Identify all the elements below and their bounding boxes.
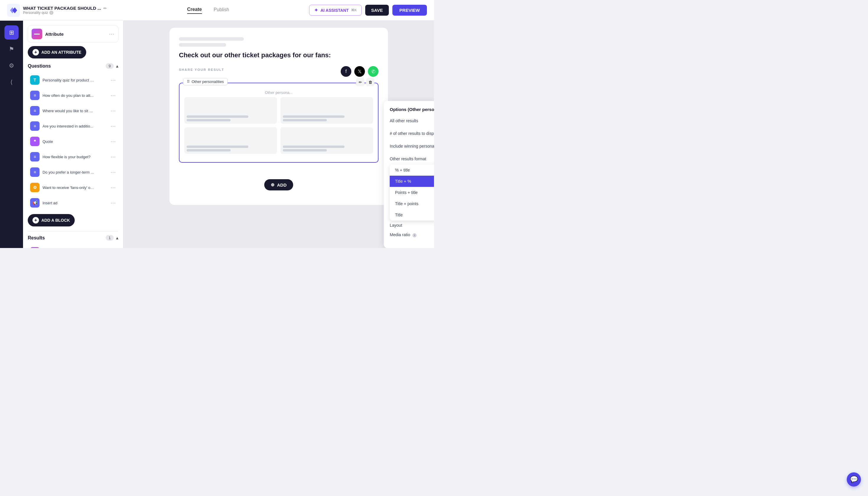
add-content-plus-icon: ⊕ [271,182,275,187]
edit-quiz-name-icon[interactable]: ✏ [103,6,107,11]
options-panel: Options (Other personalities) All other … [384,101,434,248]
questions-collapse-chevron[interactable]: ▴ [116,63,119,69]
personalities-delete-button[interactable]: 🗑 [366,78,374,86]
personalities-inner-label: Other persona... [184,88,373,97]
result-item-0[interactable]: 🔖 Check out our other ticket pa... ⋯ [28,244,119,248]
preview-button[interactable]: PREVIEW [392,5,427,16]
dropdown-item-0[interactable]: % + title [390,165,434,176]
num-results-label: # of other results to display [390,131,434,136]
skeleton-2 [179,43,226,47]
share-facebook-button[interactable]: f [341,66,351,77]
add-block-plus-icon: + [32,217,39,223]
dropdown-item-4[interactable]: Title [390,209,434,220]
q-text-2: Where would you like to sit d... [43,109,94,113]
q-icon-2: ≡ [30,106,40,115]
q-icon-0: T [30,75,40,85]
logo-area: WHAT TICKET PACKAGE SHOULD ... ✏ Persona… [7,4,107,17]
tab-publish[interactable]: Publish [214,7,229,14]
q-text-6: Do you prefer a longer-term ... [43,170,94,174]
sidebar-icon-flag[interactable]: ⚑ [4,42,19,56]
share-label: SHARE YOUR RESULT [179,68,224,72]
attribute-menu-dots[interactable]: ⋯ [109,31,114,37]
share-whatsapp-button[interactable]: ✆ [368,66,378,77]
question-item-7[interactable]: ⚙ Want to receive 'fans-only' of... ⋯ [28,180,119,195]
sidebar-icon-share[interactable]: ⟨ [4,75,19,89]
q-menu-4[interactable]: ⋯ [110,138,116,145]
personalities-edit-button[interactable]: ✏ [356,78,364,86]
dropdown-item-3[interactable]: Title + points [390,198,434,209]
question-item-8[interactable]: 📢 Insert ad ⋯ [28,195,119,211]
q-menu-3[interactable]: ⋯ [110,123,116,129]
add-block-button[interactable]: + ADD A BLOCK [28,214,75,227]
q-icon-8: 📢 [30,198,40,207]
q-icon-3: ≡ [30,121,40,131]
personalities-actions: ✏ 🗑 [356,78,374,86]
quiz-title-area: WHAT TICKET PACKAGE SHOULD ... ✏ Persona… [23,5,107,15]
quiz-card: Check out our other ticket packages for … [169,28,388,205]
quiz-subtitle-text: Personality quiz [23,11,48,15]
question-item-2[interactable]: ≡ Where would you like to sit d... ⋯ [28,103,119,119]
results-collapse-chevron[interactable]: ▴ [116,235,119,241]
media-ratio-label: Media ratio i [390,232,417,237]
q-icon-1: ≡ [30,91,40,100]
main-content: Check out our other ticket packages for … [123,21,434,248]
q-menu-7[interactable]: ⋯ [110,184,116,191]
questions-section-title: Questions [28,63,51,69]
ai-star-icon: ✦ [314,7,318,13]
personalities-tab-dots-icon: ⠿ [187,79,190,84]
q-menu-8[interactable]: ⋯ [110,200,116,206]
sidebar-icon-gear[interactable]: ⚙ [4,59,19,73]
personality-mini-card-4 [280,127,373,154]
questions-section-header: Questions 9 ▴ [28,63,119,69]
questions-count-badge: 9 [106,63,114,69]
personality-cards-row-2 [184,127,373,154]
question-item-5[interactable]: ≡ How flexible is your budget? ⋯ [28,149,119,165]
topnav: WHAT TICKET PACKAGE SHOULD ... ✏ Persona… [0,0,434,21]
dropdown-item-2[interactable]: Points + title [390,187,434,198]
nav-center: Create Publish [187,7,229,14]
result-icon-0: 🔖 [30,247,40,248]
q-menu-5[interactable]: ⋯ [110,154,116,160]
q-text-4: Quote [43,139,53,144]
all-results-label: All other results [390,119,418,123]
add-content-label: ADD [277,183,287,187]
sidebar-icon-grid[interactable]: ⊞ [4,26,19,40]
format-row: Other results format Title + % ▾ [390,154,434,163]
personalities-tab[interactable]: ⠿ Other personalities [183,78,228,85]
question-item-6[interactable]: ≡ Do you prefer a longer-term ... ⋯ [28,165,119,180]
ai-assistant-button[interactable]: ✦ AI ASSISTANT ⌘K [309,5,362,16]
media-ratio-info-icon[interactable]: i [413,233,417,237]
add-attribute-button[interactable]: + ADD AN ATTRIBUTE [28,46,86,59]
add-block-label: ADD A BLOCK [41,218,70,222]
question-item-1[interactable]: ≡ How often do you plan to att... ⋯ [28,88,119,103]
question-item-4[interactable]: ❝ Quote ⋯ [28,134,119,149]
option-row-layout: Layout [390,223,434,228]
results-count-badge: 1 [106,235,114,241]
q-menu-1[interactable]: ⋯ [110,92,116,98]
save-button[interactable]: SAVE [365,5,389,16]
quiz-card-title: Check out our other ticket packages for … [179,51,378,59]
question-item-3[interactable]: ≡ Are you interested in additio... ⋯ [28,119,119,134]
ai-btn-label: AI ASSISTANT [320,8,349,13]
share-twitter-button[interactable]: 𝕏 [354,66,365,77]
q-menu-6[interactable]: ⋯ [110,169,116,175]
skeleton-1 [179,37,244,41]
add-attribute-plus-icon: + [32,49,39,56]
include-winning-label: Include winning personality [390,144,434,149]
q-menu-0[interactable]: ⋯ [110,77,116,83]
layout-label: Layout [390,223,402,228]
q-text-3: Are you interested in additio... [43,124,93,128]
info-icon[interactable]: i [49,11,53,15]
results-section-title: Results [28,235,45,241]
tab-create[interactable]: Create [187,7,202,14]
ai-shortcut: ⌘K [351,8,357,12]
options-panel-title: Options (Other personalities) [390,107,434,112]
questions-list: T Personality quiz for product r... ⋯ ≡ … [28,72,119,211]
q-menu-2[interactable]: ⋯ [110,107,116,114]
dropdown-item-1[interactable]: Title + % [390,176,434,187]
share-icons: f 𝕏 ✆ [341,66,378,77]
q-text-1: How often do you plan to att... [43,93,94,98]
add-content-button[interactable]: ⊕ ADD [264,179,293,190]
option-row-media-ratio: Media ratio i [390,232,434,237]
question-item-0[interactable]: T Personality quiz for product r... ⋯ [28,72,119,88]
